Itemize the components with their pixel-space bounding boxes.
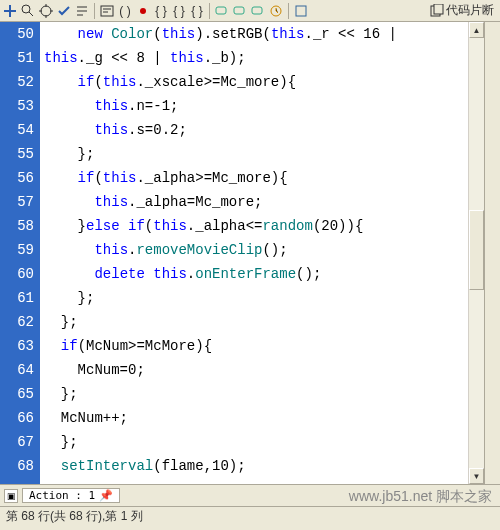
scroll-down-button[interactable]: ▼ (469, 468, 484, 484)
svg-rect-5 (234, 7, 244, 14)
options-icon[interactable] (293, 3, 309, 19)
line-number: 67 (0, 430, 34, 454)
code-line[interactable]: this.s=0.2; (40, 118, 468, 142)
code-line[interactable]: McNum=0; (40, 358, 468, 382)
code-line[interactable]: }else if(this._alpha<=random(20)){ (40, 214, 468, 238)
line-number: 65 (0, 382, 34, 406)
snippet-button[interactable]: 代码片断 (430, 2, 498, 19)
add-icon[interactable] (2, 3, 18, 19)
svg-point-3 (140, 8, 146, 14)
code-line[interactable]: if(McNum>=McMore){ (40, 334, 468, 358)
line-number: 68 (0, 454, 34, 478)
toolbar-separator (288, 3, 289, 19)
comment3-icon[interactable] (250, 3, 266, 19)
code-line[interactable]: }; (40, 142, 468, 166)
line-number: 66 (0, 406, 34, 430)
line-number: 64 (0, 358, 34, 382)
line-number: 59 (0, 238, 34, 262)
svg-point-0 (22, 5, 30, 13)
code-editor[interactable]: new Color(this).setRGB(this._r << 16 | t… (40, 22, 468, 484)
code-line[interactable]: }; (40, 430, 468, 454)
toolbar: ( ) { } { } { } 代码片断 (0, 0, 500, 22)
line-number: 62 (0, 310, 34, 334)
find-icon[interactable] (20, 3, 36, 19)
action-tab[interactable]: Action : 1 📌 (22, 488, 120, 503)
code-line[interactable]: }; (40, 310, 468, 334)
cursor-position-text: 第 68 行(共 68 行),第 1 列 (6, 508, 143, 525)
snippet-label: 代码片断 (446, 2, 494, 19)
toolbar-separator (209, 3, 210, 19)
line-number: 51 (0, 46, 34, 70)
line-number: 63 (0, 334, 34, 358)
scroll-up-button[interactable]: ▲ (469, 22, 484, 38)
side-panel-collapsed[interactable] (484, 22, 500, 484)
format-icon[interactable] (74, 3, 90, 19)
line-number: 53 (0, 94, 34, 118)
brace2-icon[interactable]: { } (171, 3, 187, 19)
code-line[interactable]: delete this.onEnterFrame(); (40, 262, 468, 286)
line-number: 56 (0, 166, 34, 190)
paren-icon[interactable]: ( ) (117, 3, 133, 19)
svg-point-1 (41, 6, 51, 16)
tab-collapse-button[interactable]: ▣ (4, 489, 18, 503)
line-number: 58 (0, 214, 34, 238)
line-number: 60 (0, 262, 34, 286)
scroll-track[interactable] (469, 38, 484, 468)
check-icon[interactable] (56, 3, 72, 19)
code-line[interactable]: this._g << 8 | this._b); (40, 46, 468, 70)
comment2-icon[interactable] (232, 3, 248, 19)
line-number-gutter: 50515253545556575859606162636465666768 (0, 22, 40, 484)
code-line[interactable]: this.removeMovieClip(); (40, 238, 468, 262)
brace3-icon[interactable]: { } (189, 3, 205, 19)
code-line[interactable]: if(this._alpha>=Mc_more){ (40, 166, 468, 190)
code-line[interactable]: }; (40, 286, 468, 310)
line-number: 50 (0, 22, 34, 46)
watermark-text: www.jb51.net 脚本之家 (349, 488, 492, 506)
code-line[interactable]: new Color(this).setRGB(this._r << 16 | (40, 22, 468, 46)
line-number: 61 (0, 286, 34, 310)
editor-main: 50515253545556575859606162636465666768 n… (0, 22, 500, 484)
scroll-thumb[interactable] (469, 210, 484, 290)
svg-rect-4 (216, 7, 226, 14)
svg-rect-2 (101, 6, 113, 16)
line-number: 54 (0, 118, 34, 142)
svg-rect-8 (296, 6, 306, 16)
brace1-icon[interactable]: { } (153, 3, 169, 19)
svg-rect-10 (434, 4, 443, 14)
code-hint-icon[interactable] (99, 3, 115, 19)
code-line[interactable]: if(this._xscale>=Mc_more){ (40, 70, 468, 94)
toolbar-separator (94, 3, 95, 19)
status-bar: 第 68 行(共 68 行),第 1 列 (0, 506, 500, 526)
code-line[interactable]: }; (40, 382, 468, 406)
action-tab-label: Action : 1 (29, 489, 95, 502)
line-number: 57 (0, 190, 34, 214)
comment1-icon[interactable] (214, 3, 230, 19)
pin-icon: 📌 (99, 489, 113, 502)
code-line[interactable]: this.n=-1; (40, 94, 468, 118)
history-icon[interactable] (268, 3, 284, 19)
line-number: 52 (0, 70, 34, 94)
debug-icon[interactable] (135, 3, 151, 19)
target-icon[interactable] (38, 3, 54, 19)
code-line[interactable]: setInterval(flame,10); (40, 454, 468, 478)
vertical-scrollbar[interactable]: ▲ ▼ (468, 22, 484, 484)
svg-rect-6 (252, 7, 262, 14)
line-number: 55 (0, 142, 34, 166)
code-line[interactable]: McNum++; (40, 406, 468, 430)
code-line[interactable]: this._alpha=Mc_more; (40, 190, 468, 214)
